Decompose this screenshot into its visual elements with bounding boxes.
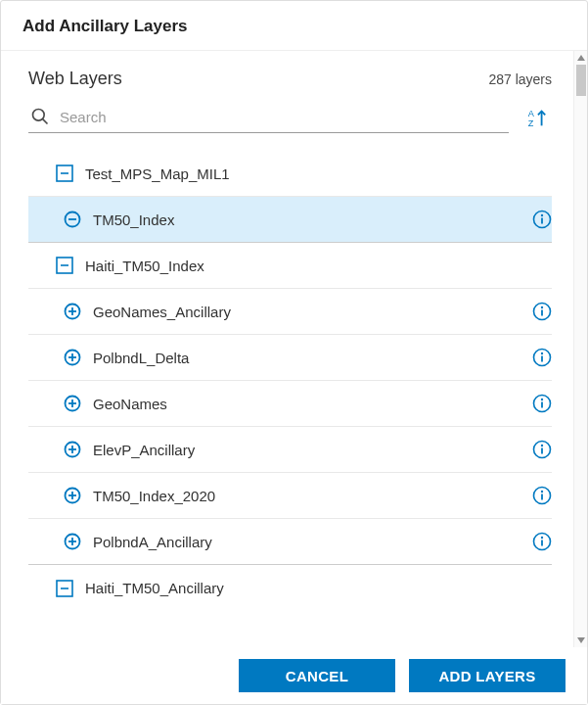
- layer-group-header[interactable]: Haiti_TM50_Ancillary: [28, 565, 552, 611]
- svg-text:A: A: [528, 109, 535, 118]
- svg-rect-31: [541, 402, 543, 408]
- collapse-icon[interactable]: [56, 164, 73, 182]
- svg-point-36: [541, 445, 543, 446]
- layer-item[interactable]: GeoNames_Ancillary: [28, 289, 552, 335]
- svg-point-0: [33, 110, 45, 121]
- svg-rect-25: [541, 356, 543, 362]
- collapse-icon[interactable]: [56, 257, 73, 274]
- svg-point-48: [541, 537, 543, 539]
- scrollbar-track[interactable]: [573, 51, 587, 647]
- info-icon[interactable]: [532, 302, 552, 321]
- collapse-icon[interactable]: [56, 580, 73, 597]
- search-box[interactable]: [28, 103, 509, 133]
- info-icon[interactable]: [532, 440, 552, 459]
- add-layers-button[interactable]: ADD LAYERS: [409, 659, 565, 692]
- section-title: Web Layers: [28, 69, 122, 89]
- dialog-body: Web Layers 287 layers A Z: [1, 51, 573, 647]
- svg-line-1: [43, 119, 48, 124]
- add-layer-icon[interactable]: [64, 533, 81, 550]
- layer-label: TM50_Index_2020: [93, 488, 215, 504]
- layer-group-header[interactable]: Test_MPS_Map_MIL1: [28, 151, 552, 197]
- layer-label: ElevP_Ancillary: [93, 442, 195, 458]
- svg-rect-19: [541, 310, 543, 316]
- layer-label: PolbndA_Ancillary: [93, 534, 212, 550]
- layer-item[interactable]: TM50_Index_2020: [28, 473, 552, 519]
- info-icon[interactable]: [532, 394, 552, 413]
- layers-list: Test_MPS_Map_MIL1 TM50_Index: [1, 133, 573, 611]
- layer-group-header[interactable]: Haiti_TM50_Index: [28, 243, 552, 289]
- layer-item[interactable]: PolbndA_Ancillary: [28, 519, 552, 565]
- group-label: Haiti_TM50_Index: [85, 258, 204, 274]
- scrollbar-thumb[interactable]: [576, 65, 586, 96]
- remove-layer-icon[interactable]: [64, 211, 81, 228]
- svg-point-24: [541, 352, 543, 354]
- info-icon[interactable]: [532, 486, 552, 505]
- dialog-body-wrap: Web Layers 287 layers A Z: [1, 51, 587, 647]
- search-input[interactable]: [60, 109, 507, 125]
- add-layer-icon[interactable]: [64, 487, 81, 504]
- svg-rect-37: [541, 448, 543, 454]
- search-icon: [30, 107, 50, 126]
- add-layer-icon[interactable]: [64, 303, 81, 320]
- scroll-up-arrow-icon[interactable]: [574, 51, 587, 65]
- svg-marker-53: [577, 637, 585, 643]
- layer-item[interactable]: TM50_Index: [28, 197, 552, 243]
- svg-point-42: [541, 491, 543, 493]
- layer-label: GeoNames: [93, 396, 167, 412]
- dialog-footer: CANCEL ADD LAYERS: [1, 647, 587, 704]
- add-layer-icon[interactable]: [64, 349, 81, 366]
- scroll-down-arrow-icon[interactable]: [574, 634, 587, 647]
- add-ancillary-layers-dialog: Add Ancillary Layers Web Layers 287 laye…: [0, 0, 588, 705]
- dialog-title: Add Ancillary Layers: [1, 1, 587, 51]
- layer-label: GeoNames_Ancillary: [93, 304, 231, 320]
- layer-item[interactable]: GeoNames: [28, 381, 552, 427]
- add-layer-icon[interactable]: [64, 441, 81, 458]
- svg-rect-49: [541, 540, 543, 546]
- svg-rect-43: [541, 494, 543, 500]
- svg-point-10: [541, 214, 543, 216]
- info-icon[interactable]: [532, 532, 552, 551]
- svg-rect-11: [541, 218, 543, 224]
- layer-item[interactable]: PolbndL_Delta: [28, 335, 552, 381]
- svg-point-18: [541, 306, 543, 308]
- info-icon[interactable]: [532, 210, 552, 229]
- sort-az-button[interactable]: A Z: [522, 104, 552, 133]
- search-row: A Z: [1, 93, 573, 133]
- layer-label: TM50_Index: [93, 212, 174, 228]
- add-layer-icon[interactable]: [64, 395, 81, 412]
- section-header-row: Web Layers 287 layers: [1, 69, 573, 93]
- cancel-button[interactable]: CANCEL: [239, 659, 395, 692]
- layer-item[interactable]: ElevP_Ancillary: [28, 427, 552, 473]
- layer-label: PolbndL_Delta: [93, 350, 189, 366]
- svg-point-30: [541, 399, 543, 400]
- group-label: Test_MPS_Map_MIL1: [85, 165, 230, 182]
- svg-marker-52: [577, 55, 585, 61]
- layer-count-label: 287 layers: [488, 71, 552, 87]
- svg-text:Z: Z: [528, 118, 534, 128]
- info-icon[interactable]: [532, 348, 552, 367]
- group-label: Haiti_TM50_Ancillary: [85, 580, 224, 596]
